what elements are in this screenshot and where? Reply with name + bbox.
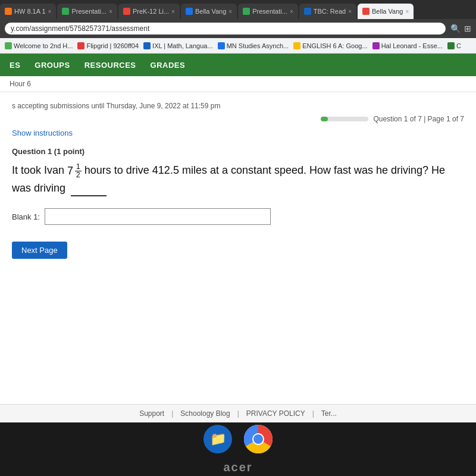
fraction-denominator: 2: [75, 171, 82, 179]
nav-icons: 🔍 ⊞: [450, 24, 471, 33]
bookmark-favicon-flipgrid: [77, 42, 84, 49]
taskbar: 📁 acer: [0, 422, 476, 476]
bookmark-label-ixl: IXL | Math, Langua...: [152, 42, 213, 49]
bookmark-english[interactable]: ENGLISH 6 A: Goog...: [293, 42, 367, 49]
next-page-button[interactable]: Next Page: [12, 242, 67, 259]
tab-prek12[interactable]: PreK-12 Li... ×: [118, 4, 180, 19]
progress-bar-container: Question 1 of 7 | Page 1 of 7: [321, 115, 464, 123]
blank-label: Blank 1:: [12, 212, 40, 221]
question-points: (1 point): [54, 147, 84, 156]
address-bar[interactable]: [5, 23, 446, 35]
tab-label-pres2: Presentati...: [252, 8, 287, 15]
footer-support[interactable]: Support: [139, 409, 164, 418]
question-number: Question 1: [12, 147, 52, 156]
tab-presentation1[interactable]: Presentati... ×: [57, 4, 117, 19]
tab-close-bella1[interactable]: ×: [228, 8, 232, 15]
bookmark-flipgrid[interactable]: Flipgrid | 9260ff04: [77, 42, 139, 49]
tab-close-pres2[interactable]: ×: [290, 8, 293, 15]
bookmark-label-mn: MN Studies Asynch...: [227, 42, 289, 49]
blank-input[interactable]: [45, 208, 271, 225]
breadcrumb: Hour 6: [0, 76, 476, 92]
footer-blog[interactable]: Schoology Blog: [180, 409, 230, 418]
footer-sep-1: |: [171, 409, 173, 418]
nav-item-es[interactable]: ES: [10, 61, 20, 70]
bookmark-favicon-c: [447, 42, 455, 49]
blank-row: Blank 1:: [12, 208, 464, 225]
question-text-before: It took Ivan: [12, 164, 64, 176]
address-bar-row: 🔍 ⊞: [0, 19, 476, 38]
bookmark-favicon-eng: [293, 42, 300, 49]
question-text: It took Ivan 7 1 2 hours to drive 412.5 …: [12, 162, 464, 196]
schoology-navbar: ES GROUPS RESOURCES GRADES: [0, 54, 476, 76]
bookmark-label-flipgrid: Flipgrid | 9260ff04: [86, 42, 139, 49]
assignment-container: s accepting submissions until Thursday, …: [0, 92, 476, 268]
bookmark-welcome[interactable]: Welcome to 2nd H...: [5, 42, 73, 49]
tab-close-bella2[interactable]: ×: [405, 8, 409, 15]
bookmark-label-eng: ENGLISH 6 A: Goog...: [302, 42, 367, 49]
bookmark-favicon-ixl: [143, 42, 151, 49]
progress-bar-fill: [321, 117, 327, 121]
bookmark-favicon-mn: [218, 42, 225, 49]
tab-favicon-bella1: [186, 8, 193, 15]
bookmark-ixl[interactable]: IXL | Math, Langua...: [143, 42, 213, 49]
taskbar-chrome-icon[interactable]: [244, 425, 273, 453]
footer-terms[interactable]: Ter...: [321, 409, 337, 418]
breadcrumb-text: Hour 6: [10, 80, 31, 88]
fraction: 1 2: [75, 163, 82, 179]
taskbar-files-icon[interactable]: 📁: [203, 425, 232, 453]
fraction-numerator: 1: [75, 163, 82, 171]
bookmark-c[interactable]: C: [447, 42, 461, 49]
nav-item-grades[interactable]: GRADES: [151, 61, 186, 70]
nav-item-resources[interactable]: RESOURCES: [84, 61, 136, 70]
submission-notice: s accepting submissions until Thursday, …: [12, 102, 464, 110]
page-footer: Support | Schoology Blog | PRIVACY POLIC…: [0, 404, 476, 422]
tab-bella1[interactable]: Bella Vang ×: [181, 4, 237, 19]
tab-label-prek12: PreK-12 Li...: [133, 8, 169, 15]
question-page-info: Question 1 of 7 | Page 1 of 7: [373, 115, 464, 123]
bookmark-label-c: C: [456, 42, 461, 49]
tab-close-pres1[interactable]: ×: [109, 8, 112, 15]
question-label: Question 1 (1 point): [12, 147, 464, 156]
tab-label-tbc: TBC: Read: [314, 8, 346, 15]
question-header-row: Question 1 of 7 | Page 1 of 7: [12, 115, 464, 123]
show-instructions-link[interactable]: Show instructions: [12, 129, 73, 137]
tab-favicon-bella2: [362, 8, 369, 15]
tab-bar: HW 8.1A 1 × Presentati... × PreK-12 Li..…: [0, 0, 476, 19]
tab-favicon-hw8: [5, 8, 12, 15]
folder-icon: 📁: [210, 431, 226, 447]
tab-label-hw8: HW 8.1A 1: [14, 8, 46, 15]
bookmark-favicon-welcome: [5, 42, 12, 49]
chrome-icon-svg: [244, 425, 273, 453]
mixed-number: 7 1 2: [67, 162, 82, 180]
tab-favicon-prek12: [123, 8, 130, 15]
search-icon[interactable]: 🔍: [450, 24, 461, 33]
progress-bar-track: [321, 117, 368, 121]
page-content: ES GROUPS RESOURCES GRADES Hour 6 s acce…: [0, 54, 476, 422]
browser-chrome: HW 8.1A 1 × Presentati... × PreK-12 Li..…: [0, 0, 476, 54]
bookmark-mn-studies[interactable]: MN Studies Asynch...: [218, 42, 289, 49]
tab-close-hw8[interactable]: ×: [48, 8, 52, 15]
bookmark-label-welcome: Welcome to 2nd H...: [14, 42, 73, 49]
bookmark-favicon-hal: [372, 42, 380, 49]
bookmark-hal-leonard[interactable]: Hal Leonard - Esse...: [372, 42, 443, 49]
taskbar-icons: 📁: [203, 425, 273, 453]
tab-label-bella2: Bella Vang: [372, 8, 403, 15]
tab-close-prek12[interactable]: ×: [171, 8, 175, 15]
tab-favicon-pres2: [243, 8, 250, 15]
tab-label-pres1: Presentati...: [71, 8, 107, 15]
footer-sep-2: |: [237, 409, 239, 418]
nav-item-groups[interactable]: GROUPS: [35, 61, 70, 70]
footer-privacy[interactable]: PRIVACY POLICY: [246, 409, 305, 418]
tab-hw8[interactable]: HW 8.1A 1 ×: [0, 4, 56, 19]
acer-logo: acer: [223, 461, 252, 474]
whole-part: 7: [67, 162, 73, 180]
footer-sep-3: |: [312, 409, 314, 418]
bookmark-label-hal: Hal Leonard - Esse...: [381, 42, 443, 49]
tab-close-tbc[interactable]: ×: [348, 8, 352, 15]
tab-favicon-pres1: [62, 8, 69, 15]
apps-icon[interactable]: ⊞: [464, 24, 471, 33]
tab-tbc[interactable]: TBC: Read ×: [299, 4, 356, 19]
tab-presentation2[interactable]: Presentati... ×: [238, 4, 298, 19]
tab-label-bella1: Bella Vang: [195, 8, 226, 15]
tab-bella2[interactable]: Bella Vang ×: [358, 4, 414, 19]
